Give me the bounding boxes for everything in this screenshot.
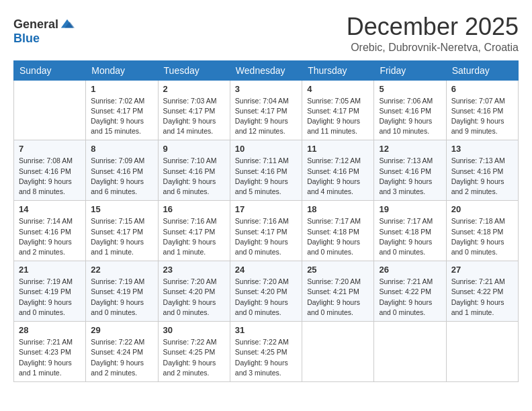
calendar-cell: 26Sunrise: 7:21 AMSunset: 4:22 PMDayligh… — [374, 261, 446, 322]
day-info: Sunrise: 7:04 AMSunset: 4:17 PMDaylight:… — [235, 96, 297, 137]
day-info: Sunrise: 7:17 AMSunset: 4:18 PMDaylight:… — [307, 216, 369, 257]
calendar-day-header: Sunday — [14, 60, 86, 80]
calendar-cell: 1Sunrise: 7:02 AMSunset: 4:17 PMDaylight… — [86, 80, 158, 140]
day-number: 12 — [379, 144, 441, 154]
day-number: 26 — [379, 265, 441, 275]
day-info: Sunrise: 7:13 AMSunset: 4:16 PMDaylight:… — [451, 156, 513, 197]
calendar-day-header: Thursday — [302, 60, 374, 80]
day-info: Sunrise: 7:22 AMSunset: 4:25 PMDaylight:… — [235, 337, 297, 378]
day-info: Sunrise: 7:19 AMSunset: 4:19 PMDaylight:… — [91, 277, 152, 318]
day-number: 18 — [307, 204, 369, 214]
day-number: 10 — [235, 144, 297, 154]
day-number: 11 — [307, 144, 369, 154]
day-number: 9 — [163, 144, 225, 154]
day-number: 6 — [451, 84, 513, 94]
calendar-day-header: Wednesday — [230, 60, 302, 80]
day-info: Sunrise: 7:22 AMSunset: 4:25 PMDaylight:… — [163, 337, 225, 378]
day-number: 21 — [19, 265, 81, 275]
day-info: Sunrise: 7:03 AMSunset: 4:17 PMDaylight:… — [163, 96, 225, 137]
calendar-day-header: Friday — [374, 60, 446, 80]
calendar-day-header: Monday — [86, 60, 158, 80]
day-number: 30 — [163, 325, 225, 335]
logo-icon — [60, 17, 75, 32]
day-number: 3 — [235, 84, 297, 94]
day-number: 19 — [379, 204, 441, 214]
day-number: 28 — [19, 325, 81, 335]
calendar-header-row: SundayMondayTuesdayWednesdayThursdayFrid… — [14, 60, 519, 80]
calendar-cell: 8Sunrise: 7:09 AMSunset: 4:16 PMDaylight… — [86, 140, 158, 201]
day-info: Sunrise: 7:07 AMSunset: 4:16 PMDaylight:… — [451, 96, 513, 137]
calendar-cell: 21Sunrise: 7:19 AMSunset: 4:19 PMDayligh… — [14, 261, 86, 322]
logo: General Blue — [13, 13, 75, 46]
day-number: 25 — [307, 265, 369, 275]
day-info: Sunrise: 7:15 AMSunset: 4:17 PMDaylight:… — [91, 216, 152, 257]
day-number: 13 — [451, 144, 513, 154]
calendar-cell: 15Sunrise: 7:15 AMSunset: 4:17 PMDayligh… — [86, 201, 158, 261]
day-info: Sunrise: 7:16 AMSunset: 4:17 PMDaylight:… — [235, 216, 297, 257]
day-info: Sunrise: 7:19 AMSunset: 4:19 PMDaylight:… — [19, 277, 81, 318]
day-number: 20 — [451, 204, 513, 214]
day-info: Sunrise: 7:11 AMSunset: 4:16 PMDaylight:… — [235, 156, 297, 197]
calendar-cell: 25Sunrise: 7:20 AMSunset: 4:21 PMDayligh… — [302, 261, 374, 322]
calendar-cell: 28Sunrise: 7:21 AMSunset: 4:23 PMDayligh… — [14, 322, 86, 382]
calendar-cell: 17Sunrise: 7:16 AMSunset: 4:17 PMDayligh… — [230, 201, 302, 261]
calendar-week-row: 28Sunrise: 7:21 AMSunset: 4:23 PMDayligh… — [14, 322, 519, 382]
day-number: 17 — [235, 204, 297, 214]
day-info: Sunrise: 7:02 AMSunset: 4:17 PMDaylight:… — [91, 96, 152, 137]
location-subtitle: Orebic, Dubrovnik-Neretva, Croatia — [347, 42, 519, 54]
day-info: Sunrise: 7:05 AMSunset: 4:17 PMDaylight:… — [307, 96, 369, 137]
day-info: Sunrise: 7:14 AMSunset: 4:16 PMDaylight:… — [19, 216, 81, 257]
day-info: Sunrise: 7:18 AMSunset: 4:18 PMDaylight:… — [451, 216, 513, 257]
calendar-cell: 20Sunrise: 7:18 AMSunset: 4:18 PMDayligh… — [446, 201, 518, 261]
day-info: Sunrise: 7:17 AMSunset: 4:18 PMDaylight:… — [379, 216, 441, 257]
day-number: 29 — [91, 325, 152, 335]
calendar-table: SundayMondayTuesdayWednesdayThursdayFrid… — [13, 60, 519, 382]
day-number: 27 — [451, 265, 513, 275]
logo-general-text: General — [13, 17, 58, 32]
day-info: Sunrise: 7:20 AMSunset: 4:20 PMDaylight:… — [163, 277, 225, 318]
calendar-cell — [374, 322, 446, 382]
calendar-week-row: 21Sunrise: 7:19 AMSunset: 4:19 PMDayligh… — [14, 261, 519, 322]
calendar-cell: 19Sunrise: 7:17 AMSunset: 4:18 PMDayligh… — [374, 201, 446, 261]
day-number: 5 — [379, 84, 441, 94]
title-section: December 2025 Orebic, Dubrovnik-Neretva,… — [347, 13, 519, 54]
day-info: Sunrise: 7:09 AMSunset: 4:16 PMDaylight:… — [91, 156, 152, 197]
day-info: Sunrise: 7:12 AMSunset: 4:16 PMDaylight:… — [307, 156, 369, 197]
day-info: Sunrise: 7:06 AMSunset: 4:16 PMDaylight:… — [379, 96, 441, 137]
day-number: 1 — [91, 84, 152, 94]
day-info: Sunrise: 7:20 AMSunset: 4:20 PMDaylight:… — [235, 277, 297, 318]
day-number: 31 — [235, 325, 297, 335]
day-number: 16 — [163, 204, 225, 214]
page-header: General Blue December 2025 Orebic, Dubro… — [13, 13, 519, 54]
day-number: 15 — [91, 204, 152, 214]
calendar-cell: 18Sunrise: 7:17 AMSunset: 4:18 PMDayligh… — [302, 201, 374, 261]
calendar-cell: 11Sunrise: 7:12 AMSunset: 4:16 PMDayligh… — [302, 140, 374, 201]
calendar-cell: 6Sunrise: 7:07 AMSunset: 4:16 PMDaylight… — [446, 80, 518, 140]
day-number: 7 — [19, 144, 81, 154]
day-number: 14 — [19, 204, 81, 214]
logo-blue-text: Blue — [13, 32, 40, 46]
calendar-cell — [446, 322, 518, 382]
calendar-cell: 10Sunrise: 7:11 AMSunset: 4:16 PMDayligh… — [230, 140, 302, 201]
day-info: Sunrise: 7:22 AMSunset: 4:24 PMDaylight:… — [91, 337, 152, 378]
day-number: 22 — [91, 265, 152, 275]
day-number: 23 — [163, 265, 225, 275]
month-year-title: December 2025 — [347, 13, 519, 40]
calendar-cell: 9Sunrise: 7:10 AMSunset: 4:16 PMDaylight… — [158, 140, 230, 201]
calendar-week-row: 7Sunrise: 7:08 AMSunset: 4:16 PMDaylight… — [14, 140, 519, 201]
calendar-cell: 23Sunrise: 7:20 AMSunset: 4:20 PMDayligh… — [158, 261, 230, 322]
day-number: 4 — [307, 84, 369, 94]
calendar-cell: 30Sunrise: 7:22 AMSunset: 4:25 PMDayligh… — [158, 322, 230, 382]
calendar-cell: 4Sunrise: 7:05 AMSunset: 4:17 PMDaylight… — [302, 80, 374, 140]
day-info: Sunrise: 7:20 AMSunset: 4:21 PMDaylight:… — [307, 277, 369, 318]
calendar-cell: 24Sunrise: 7:20 AMSunset: 4:20 PMDayligh… — [230, 261, 302, 322]
calendar-cell: 29Sunrise: 7:22 AMSunset: 4:24 PMDayligh… — [86, 322, 158, 382]
calendar-cell: 13Sunrise: 7:13 AMSunset: 4:16 PMDayligh… — [446, 140, 518, 201]
calendar-cell: 7Sunrise: 7:08 AMSunset: 4:16 PMDaylight… — [14, 140, 86, 201]
day-info: Sunrise: 7:21 AMSunset: 4:23 PMDaylight:… — [19, 337, 81, 378]
day-number: 2 — [163, 84, 225, 94]
calendar-day-header: Saturday — [446, 60, 518, 80]
calendar-cell: 16Sunrise: 7:16 AMSunset: 4:17 PMDayligh… — [158, 201, 230, 261]
day-info: Sunrise: 7:08 AMSunset: 4:16 PMDaylight:… — [19, 156, 81, 197]
calendar-cell — [302, 322, 374, 382]
